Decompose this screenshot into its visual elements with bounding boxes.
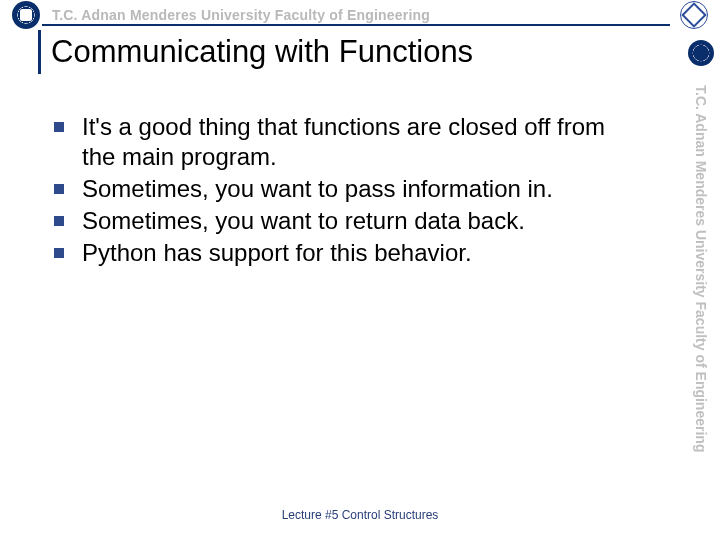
header-divider — [42, 24, 670, 26]
square-bullet-icon — [54, 248, 64, 258]
square-bullet-icon — [54, 216, 64, 226]
faculty-seal-icon — [680, 1, 708, 29]
university-crest-icon — [12, 1, 40, 29]
side-watermark: T.C. Adnan Menderes University Faculty o… — [684, 40, 718, 530]
slide-footer: Lecture #5 Control Structures — [0, 508, 720, 522]
bullet-list: It's a good thing that functions are clo… — [54, 112, 640, 270]
bullet-text: Python has support for this behavior. — [82, 238, 472, 268]
bullet-text: Sometimes, you want to return data back. — [82, 206, 525, 236]
square-bullet-icon — [54, 184, 64, 194]
list-item: Python has support for this behavior. — [54, 238, 640, 268]
university-crest-icon — [688, 40, 714, 66]
slide-title: Communicating with Functions — [51, 34, 473, 70]
title-container: Communicating with Functions — [38, 30, 660, 74]
list-item: It's a good thing that functions are clo… — [54, 112, 640, 172]
bullet-text: It's a good thing that functions are clo… — [82, 112, 640, 172]
list-item: Sometimes, you want to pass information … — [54, 174, 640, 204]
header-institution-text: T.C. Adnan Menderes University Faculty o… — [52, 7, 680, 23]
side-institution-text: T.C. Adnan Menderes University Faculty o… — [693, 85, 709, 452]
square-bullet-icon — [54, 122, 64, 132]
bullet-text: Sometimes, you want to pass information … — [82, 174, 553, 204]
list-item: Sometimes, you want to return data back. — [54, 206, 640, 236]
